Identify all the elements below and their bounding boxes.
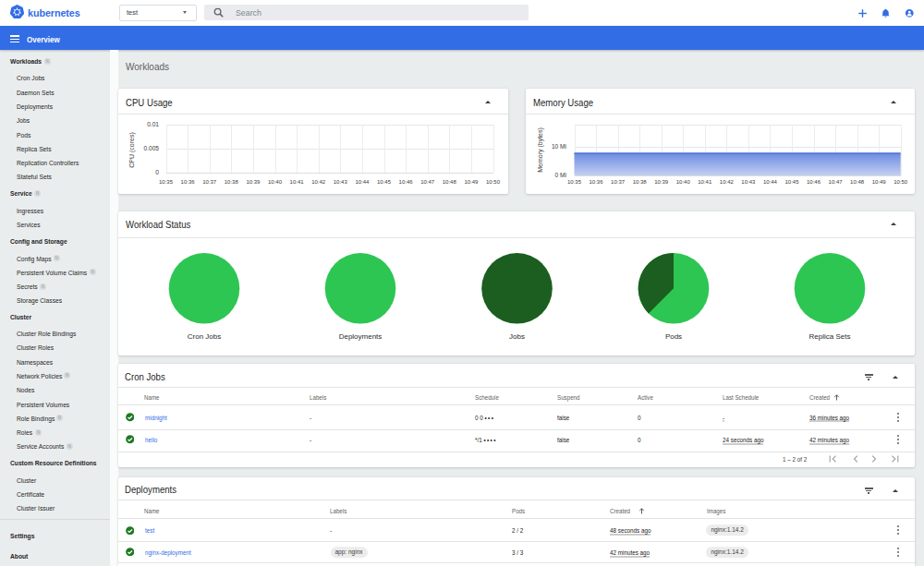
svg-text:10:46: 10:46: [807, 179, 821, 185]
svg-text:10:47: 10:47: [829, 179, 844, 185]
svg-text:10:37: 10:37: [202, 179, 217, 185]
svg-text:10:50: 10:50: [486, 179, 501, 185]
svg-text:10:47: 10:47: [420, 179, 435, 185]
svg-text:0 Mi: 0 Mi: [555, 172, 567, 178]
svg-text:10:40: 10:40: [676, 179, 691, 185]
svg-text:10:43: 10:43: [741, 179, 756, 185]
svg-text:10:44: 10:44: [355, 179, 370, 185]
svg-text:10:38: 10:38: [225, 179, 239, 185]
svg-text:10:46: 10:46: [399, 179, 414, 185]
svg-text:Jobs: Jobs: [509, 332, 525, 341]
svg-text:10:36: 10:36: [181, 179, 196, 185]
svg-text:10:44: 10:44: [763, 179, 778, 185]
svg-text:10:45: 10:45: [784, 179, 799, 185]
svg-text:Cron Jobs: Cron Jobs: [188, 332, 221, 341]
svg-text:10:35: 10:35: [159, 179, 174, 185]
svg-text:Pods: Pods: [665, 332, 682, 341]
svg-text:10:43: 10:43: [334, 179, 348, 185]
svg-text:Deployments: Deployments: [339, 332, 383, 341]
svg-text:Memory (bytes): Memory (bytes): [537, 127, 544, 173]
svg-text:10:50: 10:50: [894, 179, 908, 185]
svg-text:10:48: 10:48: [443, 179, 457, 185]
svg-text:10:49: 10:49: [872, 179, 887, 185]
svg-text:0.01: 0.01: [147, 121, 159, 127]
svg-text:10:40: 10:40: [268, 179, 283, 185]
svg-text:10 Mi: 10 Mi: [552, 143, 567, 150]
svg-text:10:39: 10:39: [654, 179, 669, 185]
svg-text:0.005: 0.005: [143, 145, 159, 151]
svg-text:10:42: 10:42: [720, 179, 735, 185]
svg-text:0: 0: [155, 169, 159, 175]
svg-text:10:41: 10:41: [290, 179, 305, 185]
svg-text:10:39: 10:39: [246, 179, 261, 185]
svg-text:10:48: 10:48: [850, 179, 865, 185]
svg-text:10:36: 10:36: [590, 179, 604, 185]
svg-text:10:45: 10:45: [377, 179, 392, 185]
svg-text:10:38: 10:38: [633, 179, 648, 185]
svg-text:10:49: 10:49: [464, 179, 479, 185]
svg-text:10:41: 10:41: [698, 179, 712, 185]
svg-text:10:42: 10:42: [311, 179, 326, 185]
svg-text:Replica Sets: Replica Sets: [809, 332, 851, 341]
svg-text:10:37: 10:37: [611, 179, 626, 185]
svg-text:CPU (cores): CPU (cores): [128, 132, 136, 168]
svg-text:10:35: 10:35: [567, 179, 582, 185]
